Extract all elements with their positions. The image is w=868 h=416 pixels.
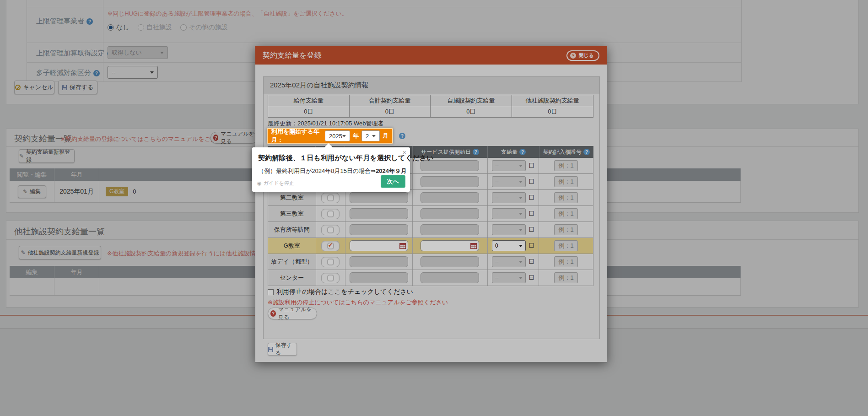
- tooltip-caret: [324, 143, 333, 147]
- tooltip-title: 契約解除後、１日も利用がない年月を選択してください: [258, 154, 434, 162]
- stop-guide-button[interactable]: ◉ ガイドを停止: [257, 180, 294, 187]
- guide-overlay: [0, 0, 868, 416]
- chevron-down-icon: [372, 135, 376, 137]
- next-button[interactable]: 次へ: [381, 175, 405, 188]
- chevron-down-icon: [342, 135, 346, 137]
- screen: 上限管理事業者? ※同じHUGに登録のある施設が上限管理事業者の場合、「自社施設…: [0, 0, 868, 416]
- month-select[interactable]: 2: [361, 130, 380, 141]
- guide-dot-icon: ◉: [257, 180, 262, 186]
- year-select[interactable]: 2025: [325, 130, 350, 141]
- guide-tooltip: × 契約解除後、１日も利用がない年月を選択してください （例）最終利用日が202…: [252, 147, 410, 192]
- start-month-highlight-row: 利用を開始する年月： 2025 年 2 月: [267, 128, 393, 144]
- start-month-label: 利用を開始する年月：: [271, 128, 322, 144]
- tooltip-example: （例）最終利用日が2024年8月15日の場合⇒2024年９月: [258, 167, 407, 175]
